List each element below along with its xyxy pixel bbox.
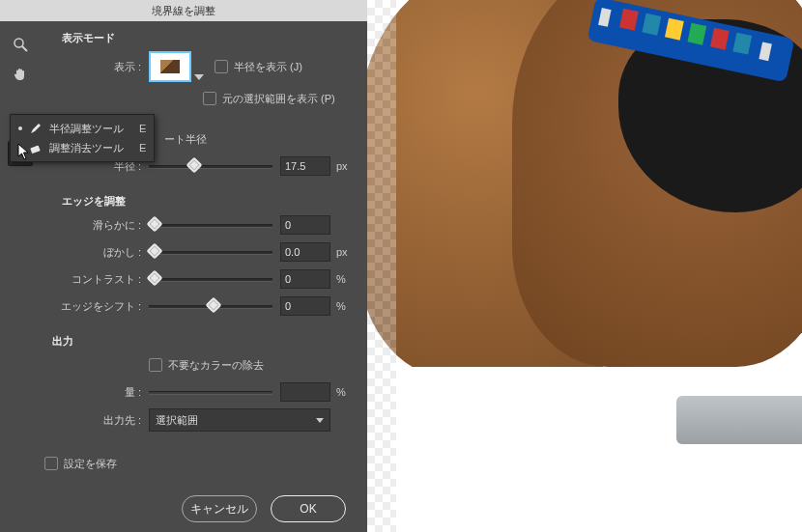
view-mode-thumbnail[interactable] — [149, 51, 191, 82]
slider-contrast[interactable] — [149, 271, 272, 287]
flyout-refine-radius[interactable]: 半径調整ツール E — [16, 119, 148, 138]
label-smart-radius-partial: ート半径 — [164, 132, 207, 147]
input-amount — [280, 382, 330, 402]
unit-percent: % — [330, 386, 359, 398]
zoom-tool[interactable] — [9, 33, 32, 56]
hand-icon — [13, 66, 28, 81]
checkbox-show-radius[interactable] — [215, 60, 228, 73]
label-smooth: 滑らかに : — [39, 218, 149, 233]
image-content — [676, 396, 802, 444]
checkbox-decontaminate[interactable] — [149, 358, 162, 372]
section-view-mode: 表示モード — [62, 31, 359, 45]
flyout-erase-refinements[interactable]: 調整消去ツール E — [16, 138, 148, 157]
input-smooth[interactable]: 0 — [280, 215, 330, 235]
label-show-original: 元の選択範囲を表示 (P) — [222, 92, 335, 106]
input-contrast[interactable]: 0 — [280, 269, 330, 289]
ok-button[interactable]: OK — [271, 495, 346, 522]
flyout-item-label: 半径調整ツール — [49, 122, 124, 136]
chevron-down-icon[interactable] — [194, 74, 204, 80]
section-adjust-edge: エッジを調整 — [62, 194, 359, 209]
dialog-title: 境界線を調整 — [0, 0, 367, 21]
hand-tool[interactable] — [9, 62, 32, 85]
input-feather[interactable]: 0.0 — [280, 242, 330, 262]
input-shift-edge[interactable]: 0 — [280, 296, 330, 316]
input-radius[interactable]: 17.5 — [280, 156, 330, 176]
dialog-footer: キャンセル OK — [0, 486, 367, 532]
label-show: 表示 : — [39, 60, 149, 74]
slider-radius[interactable] — [149, 158, 272, 174]
flyout-item-label: 調整消去ツール — [49, 141, 124, 155]
slider-amount — [149, 384, 272, 400]
transparency-checker — [367, 0, 396, 532]
section-output: 出力 — [52, 334, 359, 349]
image-content — [367, 367, 802, 532]
unit-px: px — [330, 246, 359, 258]
label-show-radius: 半径を表示 (J) — [234, 60, 302, 74]
slider-shift-edge[interactable] — [149, 298, 272, 314]
svg-point-0 — [14, 39, 23, 47]
svg-line-1 — [22, 46, 27, 51]
label-output-to: 出力先 : — [39, 413, 149, 428]
checkbox-remember-settings[interactable] — [44, 457, 58, 470]
label-feather: ぼかし : — [39, 245, 149, 260]
checkbox-show-original[interactable] — [203, 92, 216, 105]
label-remember-settings: 設定を保存 — [64, 457, 117, 471]
unit-percent: % — [330, 300, 359, 312]
slider-feather[interactable] — [149, 244, 272, 260]
select-output-to[interactable]: 選択範囲 — [149, 408, 330, 432]
label-contrast: コントラスト : — [39, 272, 149, 287]
brush-icon — [28, 121, 43, 136]
svg-rect-3 — [30, 145, 41, 154]
chevron-down-icon — [316, 418, 324, 423]
select-output-to-value: 選択範囲 — [156, 413, 198, 428]
slider-smooth[interactable] — [149, 217, 272, 233]
flyout-item-shortcut: E — [139, 123, 146, 134]
label-shift-edge: エッジをシフト : — [39, 299, 149, 314]
unit-px: px — [330, 160, 359, 172]
cancel-button[interactable]: キャンセル — [182, 495, 257, 522]
label-amount: 量 : — [39, 385, 149, 400]
selected-dot-icon — [18, 126, 22, 130]
document-canvas[interactable] — [367, 0, 802, 532]
magnifier-icon — [13, 37, 28, 52]
label-decontaminate: 不要なカラーの除去 — [168, 358, 264, 373]
refine-edge-dialog: 境界線を調整 半径調整ツール E 調整消去ツール E — [0, 0, 367, 532]
unit-percent: % — [330, 273, 359, 285]
flyout-item-shortcut: E — [139, 142, 146, 154]
brush-tool-flyout: 半径調整ツール E 調整消去ツール E — [10, 114, 155, 162]
cursor-icon — [17, 143, 31, 160]
